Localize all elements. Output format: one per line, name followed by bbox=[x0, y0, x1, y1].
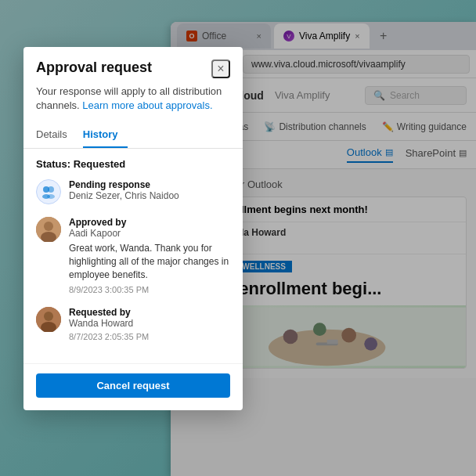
cancel-request-button[interactable]: Cancel request bbox=[36, 373, 230, 398]
history-item-approved: Approved by Aadi Kapoor Great work, Wand… bbox=[36, 217, 230, 294]
history-item-requested: Requested by Wanda Howard 8/7/2023 2:05:… bbox=[36, 307, 230, 341]
svg-point-9 bbox=[48, 186, 54, 193]
status-text: Status: Requested bbox=[36, 158, 230, 170]
history-action-approved: Approved by bbox=[69, 217, 230, 228]
approval-modal: Approval request × Your response will ap… bbox=[23, 47, 243, 410]
modal-footer: Cancel request bbox=[23, 363, 243, 410]
svg-point-16 bbox=[44, 312, 53, 321]
history-person-pending: Deniz Sezer, Chris Naidoo bbox=[69, 190, 230, 201]
history-content-approved: Approved by Aadi Kapoor Great work, Wand… bbox=[69, 217, 230, 294]
history-item-pending: Pending response Deniz Sezer, Chris Naid… bbox=[36, 179, 230, 204]
history-content-requested: Requested by Wanda Howard 8/7/2023 2:05:… bbox=[69, 307, 230, 341]
svg-point-11 bbox=[47, 194, 55, 199]
learn-more-link[interactable]: Learn more about approvals. bbox=[82, 99, 212, 111]
modal-overlay: Approval request × Your response will ap… bbox=[0, 0, 476, 476]
history-avatar-wanda bbox=[36, 307, 61, 332]
history-date-requested: 8/7/2023 2:05:35 PM bbox=[69, 332, 230, 341]
modal-close-button[interactable]: × bbox=[211, 60, 230, 78]
history-date-approved: 8/9/2023 3:00:35 PM bbox=[69, 285, 230, 294]
tab-history[interactable]: History bbox=[83, 122, 128, 148]
modal-header: Approval request × bbox=[23, 47, 243, 85]
history-action-requested: Requested by bbox=[69, 307, 230, 318]
history-content-pending: Pending response Deniz Sezer, Chris Naid… bbox=[69, 179, 230, 204]
modal-title: Approval request bbox=[36, 60, 152, 76]
tab-details[interactable]: Details bbox=[36, 122, 77, 148]
history-message-approved: Great work, Wanda. Thank you for highlig… bbox=[69, 242, 230, 281]
modal-body: Status: Requested Pending response Deniz… bbox=[23, 149, 243, 362]
history-action-pending: Pending response bbox=[69, 179, 230, 190]
modal-tabs: Details History bbox=[23, 122, 243, 149]
history-avatar-aadi bbox=[36, 217, 61, 242]
history-avatar-pending bbox=[36, 179, 61, 204]
history-person-approved: Aadi Kapoor bbox=[69, 228, 230, 239]
svg-point-13 bbox=[44, 222, 53, 231]
history-person-requested: Wanda Howard bbox=[69, 318, 230, 329]
modal-description: Your response will apply to all distribu… bbox=[23, 85, 243, 122]
